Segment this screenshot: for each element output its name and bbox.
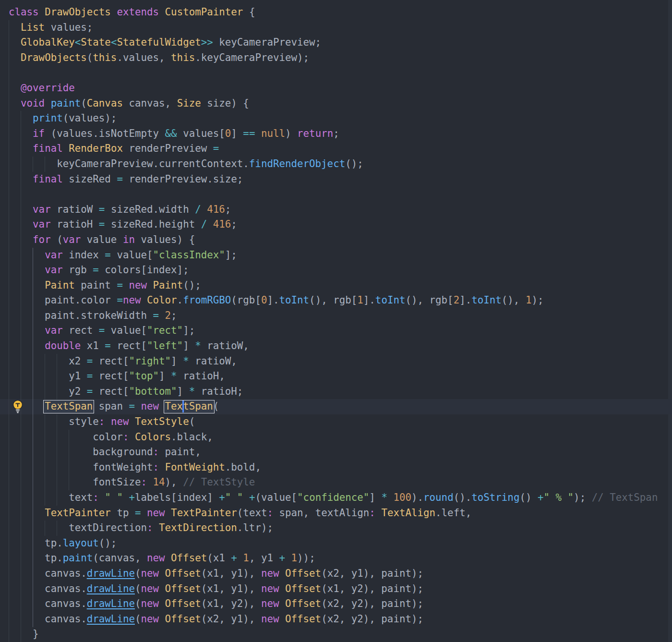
code-line[interactable]: paint.strokeWidth = 2;	[0, 308, 672, 324]
code-line[interactable]: final RenderBox renderPreview =	[0, 141, 672, 157]
code-line[interactable]: GlobalKey<State<StatefulWidget>> keyCame…	[0, 35, 672, 50]
code-line[interactable]	[0, 65, 672, 81]
code-line[interactable]: }	[0, 627, 672, 642]
code-line[interactable]	[0, 187, 672, 202]
code-line[interactable]: tp.paint(canvas, new Offset(x1 + 1, y1 +…	[0, 551, 672, 566]
code-line[interactable]: class DrawObjects extends CustomPainter …	[0, 5, 672, 20]
identifier-occurrence-highlight: TextSpan	[45, 399, 93, 414]
code-line[interactable]: background: paint,	[0, 445, 672, 460]
code-line[interactable]: DrawObjects(this.values, this.keyCameraP…	[0, 50, 672, 66]
code-line[interactable]: for (var value in values) {	[0, 232, 672, 248]
lightbulb-icon[interactable]	[12, 400, 24, 416]
code-line[interactable]: text: " " +labels[index] +" " +(value["c…	[0, 490, 672, 506]
code-line[interactable]: List values;	[0, 20, 672, 36]
code-line[interactable]: fontSize: 14), // TextStyle	[0, 475, 672, 490]
code-line[interactable]: TextPainter tp = new TextPainter(text: s…	[0, 506, 672, 521]
code-line[interactable]: fontWeight: FontWeight.bold,	[0, 460, 672, 475]
code-line[interactable]: color: Colors.black,	[0, 430, 672, 445]
code-line[interactable]: var index = value["classIndex"];	[0, 248, 672, 263]
code-line[interactable]: canvas.drawLine(new Offset(x1, y2), new …	[0, 596, 672, 612]
code-line[interactable]: y2 = rect["bottom"] * ratioH;	[0, 384, 672, 400]
code-line[interactable]: canvas.drawLine(new Offset(x2, y1), new …	[0, 612, 672, 627]
code-line[interactable]: Paint paint = new Paint();	[0, 278, 672, 293]
code-line[interactable]: textDirection: TextDirection.ltr);	[0, 521, 672, 536]
code-line[interactable]: tp.layout();	[0, 536, 672, 551]
code-line[interactable]: var ratioW = sizeRed.width / 416;	[0, 202, 672, 218]
code-line[interactable]: y1 = rect["top"] * ratioH,	[0, 369, 672, 384]
code-line[interactable]: canvas.drawLine(new Offset(x1, y1), new …	[0, 581, 672, 597]
code-line[interactable]: void paint(Canvas canvas, Size size) {	[0, 96, 672, 111]
code-line[interactable]: canvas.drawLine(new Offset(x1, y1), new …	[0, 566, 672, 581]
code-line[interactable]: var rect = value["rect"];	[0, 323, 672, 339]
code-area[interactable]: class DrawObjects extends CustomPainter …	[0, 5, 672, 642]
code-line[interactable]: var rgb = colors[index];	[0, 263, 672, 278]
code-line[interactable]: style: new TextStyle(	[0, 414, 672, 430]
code-line[interactable]: paint.color =new Color.fromRGBO(rgb[0].t…	[0, 293, 672, 308]
code-line[interactable]: final sizeRed = renderPreview.size;	[0, 172, 672, 187]
identifier-occurrence-highlight: TextSpan	[165, 399, 213, 414]
code-line[interactable]: double x1 = rect["left"] * ratioW,	[0, 339, 672, 354]
code-line[interactable]: print(values);	[0, 111, 672, 126]
code-editor[interactable]: class DrawObjects extends CustomPainter …	[0, 0, 672, 642]
code-line[interactable]: if (values.isNotEmpty && values[0] == nu…	[0, 126, 672, 142]
code-line[interactable]: x2 = rect["right"] * ratioW,	[0, 354, 672, 369]
code-line[interactable]: @override	[0, 81, 672, 96]
code-line[interactable]: var ratioH = sizeRed.height / 416;	[0, 217, 672, 232]
code-line-current[interactable]: TextSpan span = new TextSpan(	[0, 399, 672, 414]
code-line[interactable]: keyCameraPreview.currentContext.findRend…	[0, 157, 672, 172]
